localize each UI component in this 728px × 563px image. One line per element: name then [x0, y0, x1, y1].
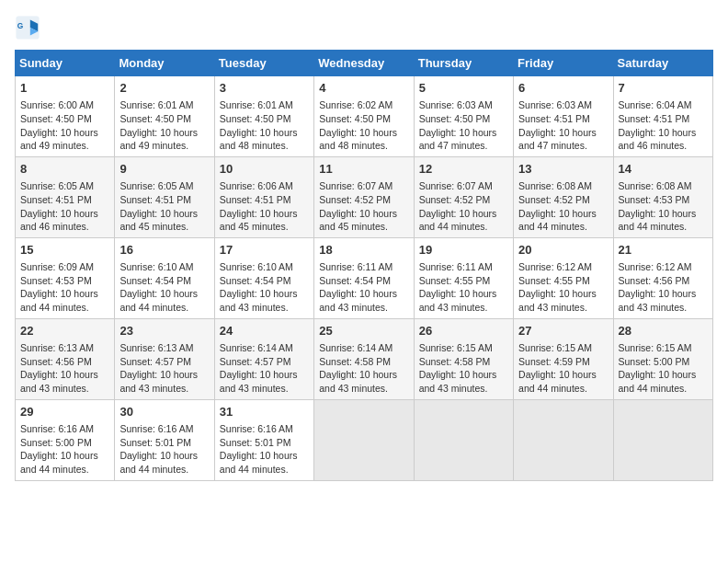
- day-info: Sunrise: 6:03 AM Sunset: 4:50 PM Dayligh…: [419, 98, 508, 153]
- calendar-cell: 7Sunrise: 6:04 AM Sunset: 4:51 PM Daylig…: [613, 76, 712, 157]
- calendar-week-4: 22Sunrise: 6:13 AM Sunset: 4:56 PM Dayli…: [16, 318, 713, 399]
- day-number: 15: [20, 242, 109, 259]
- day-info: Sunrise: 6:12 AM Sunset: 4:56 PM Dayligh…: [619, 260, 708, 315]
- day-number: 9: [119, 161, 209, 178]
- calendar-cell: 31Sunrise: 6:16 AM Sunset: 5:01 PM Dayli…: [214, 399, 313, 480]
- calendar-cell: 20Sunrise: 6:12 AM Sunset: 4:55 PM Dayli…: [514, 237, 613, 318]
- calendar-cell: 28Sunrise: 6:15 AM Sunset: 5:00 PM Dayli…: [613, 318, 712, 399]
- calendar-cell: 15Sunrise: 6:09 AM Sunset: 4:53 PM Dayli…: [16, 237, 115, 318]
- calendar-cell: 24Sunrise: 6:14 AM Sunset: 4:57 PM Dayli…: [214, 318, 313, 399]
- day-number: 17: [220, 242, 309, 259]
- day-info: Sunrise: 6:06 AM Sunset: 4:51 PM Dayligh…: [220, 179, 309, 234]
- day-info: Sunrise: 6:11 AM Sunset: 4:54 PM Dayligh…: [319, 260, 408, 315]
- day-info: Sunrise: 6:03 AM Sunset: 4:51 PM Dayligh…: [518, 98, 608, 153]
- calendar-cell: 16Sunrise: 6:10 AM Sunset: 4:54 PM Dayli…: [115, 237, 214, 318]
- day-info: Sunrise: 6:01 AM Sunset: 4:50 PM Dayligh…: [220, 98, 309, 153]
- day-number: 27: [518, 323, 608, 339]
- weekday-header-tuesday: Tuesday: [214, 51, 313, 76]
- day-info: Sunrise: 6:16 AM Sunset: 5:01 PM Dayligh…: [119, 422, 209, 477]
- calendar-cell: [414, 399, 513, 480]
- day-number: 16: [119, 242, 209, 259]
- day-number: 8: [20, 161, 109, 178]
- day-number: 11: [319, 161, 408, 178]
- calendar-cell: 17Sunrise: 6:10 AM Sunset: 4:54 PM Dayli…: [214, 237, 313, 318]
- day-number: 28: [619, 323, 708, 339]
- weekday-header-sunday: Sunday: [16, 51, 115, 76]
- day-number: 26: [419, 323, 508, 339]
- day-number: 24: [220, 323, 309, 339]
- day-number: 20: [518, 242, 608, 259]
- day-number: 18: [319, 242, 408, 259]
- calendar-cell: 30Sunrise: 6:16 AM Sunset: 5:01 PM Dayli…: [115, 399, 214, 480]
- day-number: 3: [220, 80, 309, 97]
- calendar-cell: 1Sunrise: 6:00 AM Sunset: 4:50 PM Daylig…: [16, 76, 115, 157]
- calendar-week-3: 15Sunrise: 6:09 AM Sunset: 4:53 PM Dayli…: [16, 237, 713, 318]
- day-info: Sunrise: 6:07 AM Sunset: 4:52 PM Dayligh…: [419, 179, 508, 234]
- day-info: Sunrise: 6:14 AM Sunset: 4:57 PM Dayligh…: [220, 341, 309, 396]
- calendar-cell: [514, 399, 613, 480]
- day-number: 31: [220, 404, 309, 420]
- day-info: Sunrise: 6:16 AM Sunset: 5:01 PM Dayligh…: [220, 422, 309, 477]
- day-number: 25: [319, 323, 408, 339]
- svg-text:G: G: [17, 21, 24, 30]
- calendar-cell: 3Sunrise: 6:01 AM Sunset: 4:50 PM Daylig…: [214, 76, 313, 157]
- day-info: Sunrise: 6:07 AM Sunset: 4:52 PM Dayligh…: [319, 179, 408, 234]
- day-info: Sunrise: 6:16 AM Sunset: 5:00 PM Dayligh…: [20, 422, 109, 477]
- day-info: Sunrise: 6:11 AM Sunset: 4:55 PM Dayligh…: [419, 260, 508, 315]
- calendar-cell: 10Sunrise: 6:06 AM Sunset: 4:51 PM Dayli…: [214, 156, 313, 237]
- day-number: 29: [20, 404, 109, 420]
- day-info: Sunrise: 6:15 AM Sunset: 4:58 PM Dayligh…: [419, 341, 508, 396]
- logo-icon: G: [15, 15, 40, 40]
- page-header: G: [15, 15, 713, 40]
- day-info: Sunrise: 6:15 AM Sunset: 4:59 PM Dayligh…: [518, 341, 608, 396]
- day-info: Sunrise: 6:15 AM Sunset: 5:00 PM Dayligh…: [619, 341, 708, 396]
- calendar-cell: 12Sunrise: 6:07 AM Sunset: 4:52 PM Dayli…: [414, 156, 513, 237]
- logo: G: [15, 15, 44, 40]
- calendar-cell: 13Sunrise: 6:08 AM Sunset: 4:52 PM Dayli…: [514, 156, 613, 237]
- weekday-header-monday: Monday: [115, 51, 214, 76]
- day-number: 23: [119, 323, 209, 339]
- day-info: Sunrise: 6:08 AM Sunset: 4:52 PM Dayligh…: [518, 179, 608, 234]
- day-number: 22: [20, 323, 109, 339]
- calendar-cell: 14Sunrise: 6:08 AM Sunset: 4:53 PM Dayli…: [613, 156, 712, 237]
- calendar-cell: 2Sunrise: 6:01 AM Sunset: 4:50 PM Daylig…: [115, 76, 214, 157]
- calendar-cell: 9Sunrise: 6:05 AM Sunset: 4:51 PM Daylig…: [115, 156, 214, 237]
- day-number: 30: [119, 404, 209, 420]
- calendar-cell: 19Sunrise: 6:11 AM Sunset: 4:55 PM Dayli…: [414, 237, 513, 318]
- calendar-cell: 5Sunrise: 6:03 AM Sunset: 4:50 PM Daylig…: [414, 76, 513, 157]
- day-number: 13: [518, 161, 608, 178]
- day-info: Sunrise: 6:12 AM Sunset: 4:55 PM Dayligh…: [518, 260, 608, 315]
- day-number: 14: [619, 161, 708, 178]
- day-number: 1: [20, 80, 109, 97]
- calendar-cell: [314, 399, 414, 480]
- day-number: 4: [319, 80, 408, 97]
- day-info: Sunrise: 6:10 AM Sunset: 4:54 PM Dayligh…: [119, 260, 209, 315]
- calendar-cell: 26Sunrise: 6:15 AM Sunset: 4:58 PM Dayli…: [414, 318, 513, 399]
- calendar-cell: 23Sunrise: 6:13 AM Sunset: 4:57 PM Dayli…: [115, 318, 214, 399]
- day-info: Sunrise: 6:14 AM Sunset: 4:58 PM Dayligh…: [319, 341, 408, 396]
- day-info: Sunrise: 6:13 AM Sunset: 4:56 PM Dayligh…: [20, 341, 109, 396]
- day-number: 10: [220, 161, 309, 178]
- day-number: 5: [419, 80, 508, 97]
- calendar-cell: 22Sunrise: 6:13 AM Sunset: 4:56 PM Dayli…: [16, 318, 115, 399]
- calendar-cell: 8Sunrise: 6:05 AM Sunset: 4:51 PM Daylig…: [16, 156, 115, 237]
- calendar-cell: 29Sunrise: 6:16 AM Sunset: 5:00 PM Dayli…: [16, 399, 115, 480]
- day-info: Sunrise: 6:01 AM Sunset: 4:50 PM Dayligh…: [119, 98, 209, 153]
- calendar-week-2: 8Sunrise: 6:05 AM Sunset: 4:51 PM Daylig…: [16, 156, 713, 237]
- day-info: Sunrise: 6:08 AM Sunset: 4:53 PM Dayligh…: [619, 179, 708, 234]
- weekday-header-thursday: Thursday: [414, 51, 513, 76]
- weekday-header-saturday: Saturday: [613, 51, 712, 76]
- day-info: Sunrise: 6:02 AM Sunset: 4:50 PM Dayligh…: [319, 98, 408, 153]
- day-number: 7: [619, 80, 708, 97]
- day-number: 19: [419, 242, 508, 259]
- calendar-cell: 27Sunrise: 6:15 AM Sunset: 4:59 PM Dayli…: [514, 318, 613, 399]
- weekday-header-friday: Friday: [514, 51, 613, 76]
- calendar-week-5: 29Sunrise: 6:16 AM Sunset: 5:00 PM Dayli…: [16, 399, 713, 480]
- calendar-cell: 4Sunrise: 6:02 AM Sunset: 4:50 PM Daylig…: [314, 76, 414, 157]
- day-number: 12: [419, 161, 508, 178]
- calendar-week-1: 1Sunrise: 6:00 AM Sunset: 4:50 PM Daylig…: [16, 76, 713, 157]
- day-info: Sunrise: 6:10 AM Sunset: 4:54 PM Dayligh…: [220, 260, 309, 315]
- calendar-cell: 25Sunrise: 6:14 AM Sunset: 4:58 PM Dayli…: [314, 318, 414, 399]
- calendar-cell: [613, 399, 712, 480]
- calendar-cell: 18Sunrise: 6:11 AM Sunset: 4:54 PM Dayli…: [314, 237, 414, 318]
